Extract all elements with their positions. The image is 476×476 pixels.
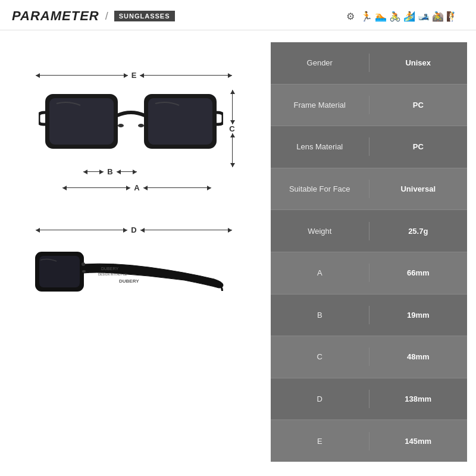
activity-icons-svg: ⚙ 🏃 🏊 🚴 🏄 🎿 🚵 🧗 [345,9,464,23]
spec-value: 138mm [369,390,468,408]
arrow-e-line [36,75,128,76]
spec-value: Unisex [369,54,468,72]
spec-value: 48mm [369,347,468,366]
label-a: A [130,183,143,192]
spec-label: Gender [271,54,369,72]
header-left: PARAMETER / SUNGLASSES [12,8,175,24]
arrow-c-line [232,90,233,124]
specs-table: Gender Unisex Frame Material PC Lens Mat… [271,42,467,462]
main-content: E [0,30,476,474]
spec-row: A 66mm [271,252,467,295]
spec-value: PC [369,137,468,156]
spec-label: A [271,264,369,282]
glasses-side-diagram: DUBERY DESIGN IN ITALY CE DUBERY [30,231,226,327]
svg-text:🎿: 🎿 [418,11,430,22]
spec-value: PC [369,96,468,114]
svg-rect-15 [39,256,80,287]
spec-label: C [271,347,369,366]
arrow-b-line [83,171,104,172]
spec-value: Universal [369,180,468,198]
svg-text:🏃: 🏃 [361,11,372,22]
svg-text:🧗: 🧗 [446,11,458,22]
arrow-e-line-right [140,75,232,76]
arrow-a-line-right [143,187,211,188]
label-c: C [226,124,238,133]
spec-label: E [271,432,369,450]
spec-row: Suitable For Face Universal [271,168,467,211]
arrow-d-line-right [140,230,232,230]
arrow-b: B [83,167,137,176]
arrow-a-line [62,187,130,188]
arrow-c: C [226,90,238,167]
svg-text:🚴: 🚴 [389,11,401,22]
spec-label: Lens Material [271,137,369,156]
header-subtitle: SUNGLASSES [114,11,175,21]
spec-value: 145mm [369,432,468,450]
svg-text:🏄: 🏄 [403,11,415,22]
header: PARAMETER / SUNGLASSES ⚙ 🏃 🏊 🚴 🏄 🎿 🚵 [0,0,476,30]
spec-value: 19mm [369,306,468,324]
svg-text:🚵: 🚵 [432,11,444,22]
label-b: B [104,167,116,176]
spec-row: B 19mm [271,295,467,337]
svg-text:DESIGN IN ITALY CE: DESIGN IN ITALY CE [98,273,127,276]
arrow-e: E [36,71,232,80]
arrow-b-line-right [117,171,137,172]
spec-row: Gender Unisex [271,42,467,84]
arrow-d-line [36,230,127,230]
label-e: E [128,71,140,80]
spec-row: D 138mm [271,378,467,421]
spec-row: Frame Material PC [271,84,467,127]
label-d: D [127,226,140,234]
spec-label: D [271,390,369,408]
activity-icons: ⚙ 🏃 🏊 🚴 🏄 🎿 🚵 🧗 [345,9,464,23]
svg-point-12 [118,124,124,127]
svg-rect-11 [148,98,212,145]
diagram-side: D DUBERY DESIGN IN ITALY CE DUBERY [30,221,238,340]
svg-text:⚙: ⚙ [346,11,355,21]
header-slash: / [105,10,108,23]
spec-row: Lens Material PC [271,126,467,168]
spec-row: E 145mm [271,420,467,462]
spec-row: C 48mm [271,336,467,378]
page-title: PARAMETER [12,8,99,24]
spec-row: Weight 25.7g [271,210,467,252]
svg-point-20 [82,262,85,266]
spec-label: B [271,306,369,324]
spec-value: 25.7g [369,222,468,240]
svg-point-13 [138,124,144,127]
svg-text:DUBERY: DUBERY [101,267,118,271]
spec-label: Frame Material [271,96,369,114]
svg-text:DUBERY: DUBERY [119,278,139,284]
page: PARAMETER / SUNGLASSES ⚙ 🏃 🏊 🚴 🏄 🎿 🚵 [0,0,476,476]
svg-rect-19 [82,270,86,273]
left-panel: E [9,36,259,468]
spec-label: Suitable For Face [271,180,369,198]
diagram-front: E [30,66,238,203]
svg-rect-9 [49,98,114,145]
arrow-a: A [62,183,211,192]
arrow-c-line-bottom [232,133,233,168]
svg-text:🏊: 🏊 [375,11,387,22]
arrow-d: D [36,226,232,234]
spec-label: Weight [271,222,369,240]
glasses-front-diagram [39,83,223,181]
spec-value: 66mm [369,264,468,282]
